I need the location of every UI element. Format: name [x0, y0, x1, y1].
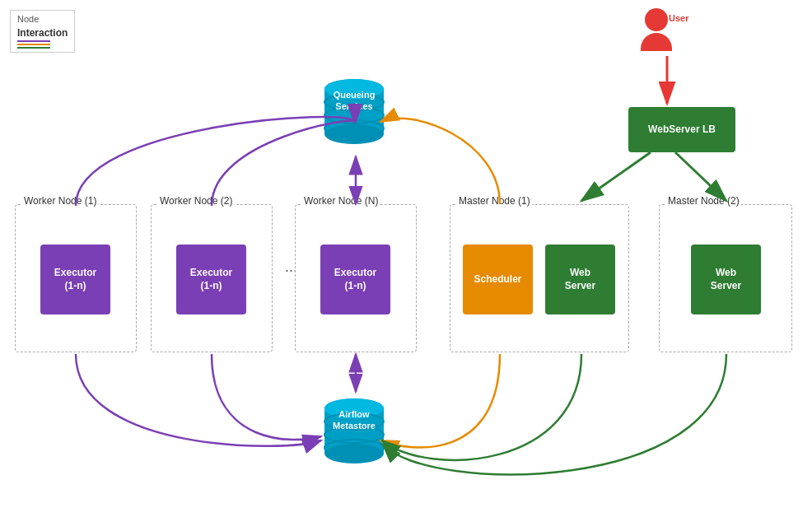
scheduler-box: Scheduler	[463, 245, 533, 314]
webserver-2-box: WebServer	[691, 245, 761, 314]
master-node-1-container: Master Node (1) Scheduler WebServer	[450, 204, 629, 352]
svg-line-21	[581, 152, 651, 201]
user-icon: User	[641, 8, 672, 51]
legend: Node Interaction	[10, 10, 75, 53]
worker-node-2-container: Worker Node (2) Executor(1-n)	[151, 204, 273, 352]
worker-node-n-label: Worker Node (N)	[302, 195, 380, 207]
user-body	[641, 33, 672, 51]
airflow-metastore: AirflowMetastore	[321, 394, 387, 479]
webserver-1-box: WebServer	[545, 245, 615, 314]
architecture-diagram: Node Interaction User WebServer LB Worke…	[0, 0, 812, 517]
legend-line-3	[17, 47, 50, 49]
master-node-1-label: Master Node (1)	[457, 195, 532, 207]
legend-interaction-label: Interaction	[17, 27, 68, 39]
user-head	[645, 8, 668, 31]
legend-line-2	[17, 44, 50, 45]
user-label: User	[669, 13, 688, 23]
worker-node-1-container: Worker Node (1) Executor(1-n)	[15, 204, 137, 352]
executor-n-box: Executor(1-n)	[320, 245, 390, 314]
svg-line-22	[675, 152, 726, 201]
master-node-2-label: Master Node (2)	[666, 195, 741, 207]
webserver-lb-box: WebServer LB	[628, 107, 735, 152]
worker-node-n-container: Worker Node (N) Executor(1-n)	[295, 204, 417, 352]
executor-1-box: Executor(1-n)	[40, 245, 110, 314]
master-node-2-container: Master Node (2) WebServer	[659, 204, 792, 352]
legend-node-label: Node	[17, 14, 68, 24]
executor-2-box: Executor(1-n)	[176, 245, 246, 314]
legend-lines	[17, 40, 68, 49]
legend-line-1	[17, 40, 50, 42]
worker-node-2-label: Worker Node (2)	[158, 195, 234, 207]
worker-node-1-label: Worker Node (1)	[22, 195, 98, 207]
queueing-services: QueueingServices	[321, 74, 387, 160]
